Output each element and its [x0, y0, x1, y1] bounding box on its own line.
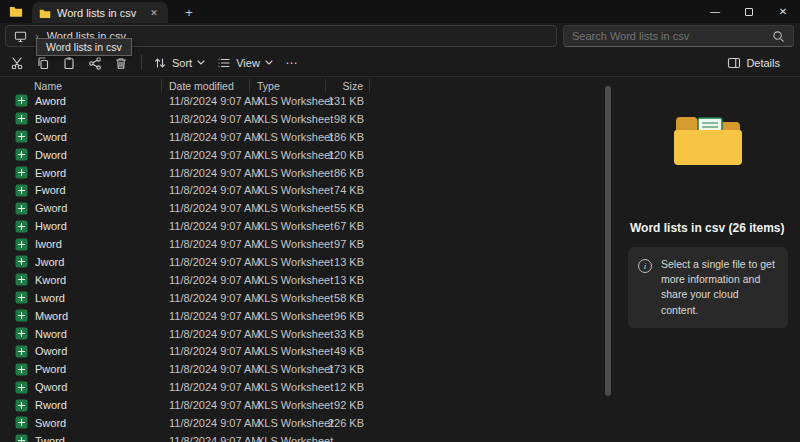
xls-file-icon	[15, 112, 28, 125]
file-date-modified: 11/8/2024 9:07 AM	[162, 95, 250, 107]
vertical-scrollbar[interactable]	[603, 78, 614, 442]
column-header-date-modified[interactable]: Date modified	[162, 79, 250, 92]
file-name: Qword	[35, 381, 67, 393]
file-name-cell: Mword	[0, 309, 162, 322]
minimize-button[interactable]: —	[698, 0, 732, 23]
table-row[interactable]: Sword 11/8/2024 9:07 AM XLS Worksheet 22…	[0, 414, 604, 432]
chevron-down-icon	[197, 60, 205, 65]
xls-file-icon	[15, 238, 28, 251]
file-type: XLS Worksheet	[250, 113, 326, 125]
table-row[interactable]: Nword 11/8/2024 9:07 AM XLS Worksheet 33…	[0, 325, 604, 343]
xls-file-icon	[15, 220, 28, 233]
table-row[interactable]: Hword 11/8/2024 9:07 AM XLS Worksheet 67…	[0, 217, 604, 235]
xls-file-icon	[15, 416, 28, 429]
sort-button[interactable]: Sort	[148, 51, 210, 75]
xls-file-icon	[15, 399, 28, 412]
new-tab-button[interactable]: +	[181, 4, 197, 20]
file-name: Eword	[35, 167, 66, 179]
file-type: XLS Worksheet	[250, 256, 326, 268]
delete-icon	[114, 56, 128, 70]
view-button[interactable]: View	[212, 51, 278, 75]
table-row[interactable]: Aword 11/8/2024 9:07 AM XLS Worksheet 13…	[0, 92, 604, 110]
table-row[interactable]: Mword 11/8/2024 9:07 AM XLS Worksheet 96…	[0, 307, 604, 325]
file-name-cell: Bword	[0, 112, 162, 125]
file-name-cell: Oword	[0, 345, 162, 358]
file-name-cell: Pword	[0, 363, 162, 376]
file-name-cell: Dword	[0, 148, 162, 161]
file-size: 96 KB	[326, 310, 370, 322]
xls-file-icon	[15, 94, 28, 107]
tab-close-icon[interactable]: ✕	[147, 6, 161, 20]
column-header-size[interactable]: Size	[326, 79, 370, 92]
file-type: XLS Worksheet	[250, 184, 326, 196]
file-date-modified: 11/8/2024 9:07 AM	[162, 220, 250, 232]
file-name-cell: Cword	[0, 130, 162, 143]
maximize-button[interactable]	[732, 0, 766, 23]
file-date-modified: 11/8/2024 9:07 AM	[162, 435, 250, 442]
xls-file-icon	[15, 202, 28, 215]
search-input[interactable]	[572, 30, 772, 42]
file-size: 74 KB	[326, 184, 370, 196]
folder-icon	[39, 8, 51, 18]
file-name: Rword	[35, 399, 67, 411]
file-size: 13 KB	[326, 274, 370, 286]
file-name-cell: Rword	[0, 399, 162, 412]
file-date-modified: 11/8/2024 9:07 AM	[162, 131, 250, 143]
file-date-modified: 11/8/2024 9:07 AM	[162, 381, 250, 393]
file-size: 97 KB	[326, 238, 370, 250]
details-message: Select a single file to get more informa…	[661, 257, 778, 318]
file-name: Gword	[35, 202, 67, 214]
titlebar: Word lists in csv ✕ + — ✕	[0, 0, 800, 23]
file-type: XLS Worksheet	[250, 399, 326, 411]
table-row[interactable]: Cword 11/8/2024 9:07 AM XLS Worksheet 18…	[0, 128, 604, 146]
explorer-tab[interactable]: Word lists in csv ✕	[32, 2, 168, 23]
column-header-type[interactable]: Type	[250, 79, 326, 92]
table-row[interactable]: Qword 11/8/2024 9:07 AM XLS Worksheet 12…	[0, 378, 604, 396]
file-name: Tword	[35, 435, 65, 442]
file-date-modified: 11/8/2024 9:07 AM	[162, 363, 250, 375]
table-row[interactable]: Gword 11/8/2024 9:07 AM XLS Worksheet 55…	[0, 199, 604, 217]
file-date-modified: 11/8/2024 9:07 AM	[162, 149, 250, 161]
close-button[interactable]: ✕	[766, 0, 800, 23]
file-name: Oword	[35, 345, 67, 357]
file-size: 49 KB	[326, 345, 370, 357]
table-row[interactable]: Iword 11/8/2024 9:07 AM XLS Worksheet 97…	[0, 235, 604, 253]
file-size: 131 KB	[326, 95, 370, 107]
location-icon	[14, 30, 27, 43]
table-row[interactable]: Jword 11/8/2024 9:07 AM XLS Worksheet 13…	[0, 253, 604, 271]
file-date-modified: 11/8/2024 9:07 AM	[162, 238, 250, 250]
info-icon: i	[638, 259, 652, 273]
file-date-modified: 11/8/2024 9:07 AM	[162, 256, 250, 268]
search-box[interactable]	[563, 25, 794, 47]
column-header-name[interactable]: Name	[0, 79, 162, 92]
file-type: XLS Worksheet	[250, 238, 326, 250]
file-date-modified: 11/8/2024 9:07 AM	[162, 417, 250, 429]
large-folder-icon	[670, 111, 746, 171]
file-type: XLS Worksheet	[250, 220, 326, 232]
details-pane-toggle[interactable]: Details	[722, 51, 785, 75]
file-size: 86 KB	[326, 167, 370, 179]
table-row[interactable]: Kword 11/8/2024 9:07 AM XLS Worksheet 13…	[0, 271, 604, 289]
table-row[interactable]: Tword 11/8/2024 9:07 AM XLS Worksheet	[0, 432, 604, 442]
more-options-button[interactable]: ⋯	[280, 51, 304, 75]
details-pane-icon	[727, 56, 741, 70]
file-date-modified: 11/8/2024 9:07 AM	[162, 274, 250, 286]
file-name: Dword	[35, 149, 67, 161]
table-row[interactable]: Lword 11/8/2024 9:07 AM XLS Worksheet 58…	[0, 289, 604, 307]
xls-file-icon	[15, 309, 28, 322]
table-row[interactable]: Bword 11/8/2024 9:07 AM XLS Worksheet 98…	[0, 110, 604, 128]
table-row[interactable]: Eword 11/8/2024 9:07 AM XLS Worksheet 86…	[0, 164, 604, 182]
table-row[interactable]: Rword 11/8/2024 9:07 AM XLS Worksheet 92…	[0, 396, 604, 414]
xls-file-icon	[15, 434, 28, 442]
scrollbar-thumb[interactable]	[605, 86, 611, 396]
cut-button[interactable]	[5, 51, 29, 75]
file-name: Hword	[35, 220, 67, 232]
table-row[interactable]: Oword 11/8/2024 9:07 AM XLS Worksheet 49…	[0, 342, 604, 360]
table-row[interactable]: Dword 11/8/2024 9:07 AM XLS Worksheet 12…	[0, 146, 604, 164]
paste-icon	[62, 56, 76, 70]
file-type: XLS Worksheet	[250, 435, 326, 442]
file-name-cell: Sword	[0, 416, 162, 429]
table-row[interactable]: Fword 11/8/2024 9:07 AM XLS Worksheet 74…	[0, 181, 604, 199]
file-date-modified: 11/8/2024 9:07 AM	[162, 310, 250, 322]
table-row[interactable]: Pword 11/8/2024 9:07 AM XLS Worksheet 17…	[0, 360, 604, 378]
